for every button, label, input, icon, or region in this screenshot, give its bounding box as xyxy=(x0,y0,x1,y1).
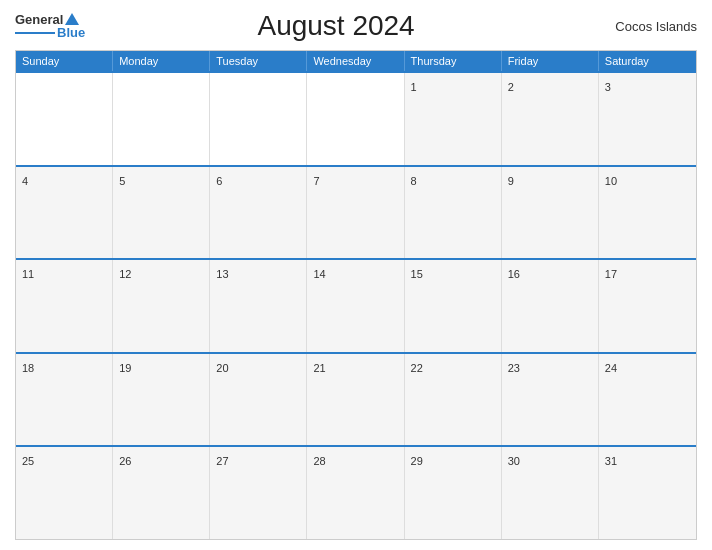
week-row-4: 18192021222324 xyxy=(16,352,696,446)
day-cell: 23 xyxy=(502,354,599,446)
day-cell: 10 xyxy=(599,167,696,259)
calendar-header: General Blue August 2024 Cocos Islands xyxy=(15,10,697,42)
day-header-thursday: Thursday xyxy=(405,51,502,71)
day-number: 2 xyxy=(508,81,514,93)
day-cell: 13 xyxy=(210,260,307,352)
day-number: 8 xyxy=(411,175,417,187)
day-cell: 1 xyxy=(405,73,502,165)
day-cell: 3 xyxy=(599,73,696,165)
day-cell: 15 xyxy=(405,260,502,352)
day-cell: 4 xyxy=(16,167,113,259)
day-number: 29 xyxy=(411,455,423,467)
day-header-sunday: Sunday xyxy=(16,51,113,71)
day-number: 22 xyxy=(411,362,423,374)
logo: General Blue xyxy=(15,13,85,39)
day-number: 18 xyxy=(22,362,34,374)
day-number: 14 xyxy=(313,268,325,280)
day-cell: 16 xyxy=(502,260,599,352)
day-number: 25 xyxy=(22,455,34,467)
day-cell: 7 xyxy=(307,167,404,259)
month-title: August 2024 xyxy=(85,10,587,42)
day-cell: 30 xyxy=(502,447,599,539)
day-header-tuesday: Tuesday xyxy=(210,51,307,71)
calendar-page: General Blue August 2024 Cocos Islands S… xyxy=(0,0,712,550)
day-cell: 24 xyxy=(599,354,696,446)
day-number: 6 xyxy=(216,175,222,187)
day-cell: 12 xyxy=(113,260,210,352)
day-header-wednesday: Wednesday xyxy=(307,51,404,71)
day-header-friday: Friday xyxy=(502,51,599,71)
day-cell: 20 xyxy=(210,354,307,446)
day-cell: 8 xyxy=(405,167,502,259)
day-cell: 27 xyxy=(210,447,307,539)
day-headers-row: SundayMondayTuesdayWednesdayThursdayFrid… xyxy=(16,51,696,71)
day-number: 19 xyxy=(119,362,131,374)
day-cell: 21 xyxy=(307,354,404,446)
day-cell: 25 xyxy=(16,447,113,539)
day-cell xyxy=(16,73,113,165)
day-cell: 29 xyxy=(405,447,502,539)
day-number: 11 xyxy=(22,268,34,280)
day-cell: 11 xyxy=(16,260,113,352)
day-header-monday: Monday xyxy=(113,51,210,71)
logo-blue-text: Blue xyxy=(57,26,85,39)
calendar-grid: SundayMondayTuesdayWednesdayThursdayFrid… xyxy=(15,50,697,540)
day-cell: 19 xyxy=(113,354,210,446)
day-number: 27 xyxy=(216,455,228,467)
day-cell: 28 xyxy=(307,447,404,539)
day-number: 28 xyxy=(313,455,325,467)
week-row-1: 123 xyxy=(16,71,696,165)
day-cell: 31 xyxy=(599,447,696,539)
day-number: 15 xyxy=(411,268,423,280)
day-number: 12 xyxy=(119,268,131,280)
logo-line xyxy=(15,32,55,34)
region-label: Cocos Islands xyxy=(587,19,697,34)
day-number: 9 xyxy=(508,175,514,187)
day-header-saturday: Saturday xyxy=(599,51,696,71)
day-number: 16 xyxy=(508,268,520,280)
day-cell: 14 xyxy=(307,260,404,352)
day-number: 24 xyxy=(605,362,617,374)
day-cell: 9 xyxy=(502,167,599,259)
day-cell: 2 xyxy=(502,73,599,165)
day-cell: 26 xyxy=(113,447,210,539)
day-number: 20 xyxy=(216,362,228,374)
logo-triangle-icon xyxy=(65,13,79,25)
calendar-body: 1234567891011121314151617181920212223242… xyxy=(16,71,696,539)
day-number: 7 xyxy=(313,175,319,187)
day-cell: 22 xyxy=(405,354,502,446)
day-number: 26 xyxy=(119,455,131,467)
day-cell: 5 xyxy=(113,167,210,259)
day-number: 3 xyxy=(605,81,611,93)
week-row-3: 11121314151617 xyxy=(16,258,696,352)
day-cell xyxy=(113,73,210,165)
day-number: 5 xyxy=(119,175,125,187)
day-number: 21 xyxy=(313,362,325,374)
day-cell: 6 xyxy=(210,167,307,259)
day-number: 23 xyxy=(508,362,520,374)
day-number: 17 xyxy=(605,268,617,280)
day-cell xyxy=(307,73,404,165)
day-number: 10 xyxy=(605,175,617,187)
day-number: 4 xyxy=(22,175,28,187)
day-number: 13 xyxy=(216,268,228,280)
day-number: 31 xyxy=(605,455,617,467)
day-cell xyxy=(210,73,307,165)
day-number: 1 xyxy=(411,81,417,93)
day-number: 30 xyxy=(508,455,520,467)
day-cell: 17 xyxy=(599,260,696,352)
week-row-2: 45678910 xyxy=(16,165,696,259)
week-row-5: 25262728293031 xyxy=(16,445,696,539)
day-cell: 18 xyxy=(16,354,113,446)
